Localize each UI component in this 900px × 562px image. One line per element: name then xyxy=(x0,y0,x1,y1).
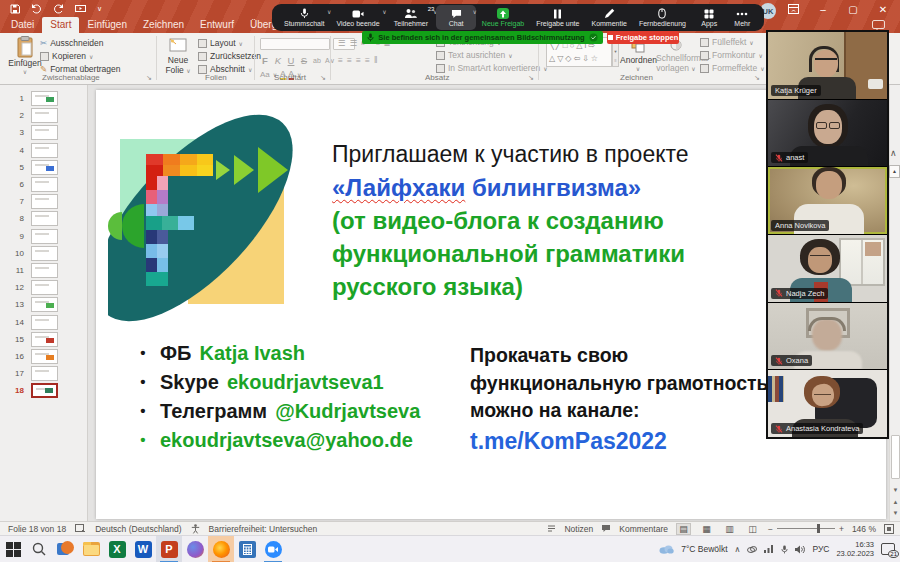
taskbar-word[interactable]: W xyxy=(130,536,156,562)
slide-thumbnail-8[interactable]: 8 xyxy=(0,210,87,227)
video-tile-anastasia-kondrateva[interactable]: Anastasia Kondrateva xyxy=(768,370,887,437)
paste-button[interactable]: Einfügen∨ xyxy=(8,36,42,75)
clipboard-dialog-launcher[interactable]: ↘ xyxy=(146,74,152,82)
chat-button[interactable]: Chat∨ xyxy=(436,5,475,30)
slide-thumbnail-3[interactable]: 3 xyxy=(0,124,87,141)
taskbar-firefox-dev[interactable] xyxy=(182,536,208,562)
fit-slide-icon[interactable] xyxy=(884,524,894,534)
video-tile-anna-novikova[interactable]: Anna Novikova xyxy=(768,167,887,234)
close-button[interactable]: ✕ xyxy=(870,0,896,18)
taskbar-excel[interactable]: X xyxy=(104,536,130,562)
slideshow-icon[interactable] xyxy=(75,4,86,14)
taskbar-search-button[interactable] xyxy=(26,536,52,562)
new-slide-button[interactable]: Neue Folie ∨ xyxy=(162,36,194,75)
action-center-button[interactable]: 21 xyxy=(881,543,895,555)
slide-thumbnail-18[interactable]: 18 xyxy=(0,382,87,399)
taskbar-file-explorer[interactable] xyxy=(78,536,104,562)
slide-thumbnail-10[interactable]: 10 xyxy=(0,245,87,262)
slide-thumbnail-6[interactable]: 6 xyxy=(0,176,87,193)
tray-mic-icon[interactable] xyxy=(781,545,788,554)
titlebar-comment-icon[interactable] xyxy=(872,20,885,29)
network-icon[interactable] xyxy=(764,545,774,553)
taskbar-firefox-active[interactable] xyxy=(208,536,234,562)
slide-thumbnail-15[interactable]: 15 xyxy=(0,331,87,348)
qat-customize-icon[interactable]: ∨ xyxy=(97,5,102,13)
new-share-button[interactable]: Neue Freigab xyxy=(476,5,530,30)
spellcheck-icon[interactable] xyxy=(75,524,86,533)
comments-toggle[interactable]: Kommentare xyxy=(619,524,668,534)
cut-button[interactable]: ✂Ausschneiden xyxy=(40,38,104,48)
apps-button[interactable]: Apps xyxy=(692,5,727,30)
slide-sorter-view-button[interactable]: ▦ xyxy=(699,523,714,535)
slide-thumbnail-5[interactable]: 5 xyxy=(0,159,87,176)
pause-share-button[interactable]: Freigabe unte xyxy=(530,5,585,30)
volume-icon[interactable] xyxy=(795,545,805,554)
drawing-dialog-launcher[interactable]: ↘ xyxy=(754,74,760,82)
save-icon[interactable] xyxy=(10,4,20,14)
slide-thumbnail-2[interactable]: 2 xyxy=(0,107,87,124)
tab-einfuegen[interactable]: Einfügen xyxy=(79,17,134,33)
slide-heading[interactable]: Приглашаем к участию в проекте «Лайфхаки… xyxy=(332,138,812,303)
shape-effects-button[interactable]: Formeffekte∨ xyxy=(700,63,765,73)
video-tile-katja-krueger[interactable]: Katja Krüger xyxy=(768,32,887,99)
normal-view-button[interactable]: ▤ xyxy=(676,523,691,535)
minimize-button[interactable]: – xyxy=(810,0,836,18)
language-status[interactable]: Deutsch (Deutschland) xyxy=(95,524,181,534)
slideshow-view-button[interactable]: ◫ xyxy=(745,523,760,535)
tab-zeichnen[interactable]: Zeichnen xyxy=(135,17,192,33)
slide-thumbnail-13[interactable]: 13 xyxy=(0,296,87,313)
redo-icon[interactable] xyxy=(53,4,64,14)
maximize-button[interactable]: ▢ xyxy=(840,0,866,18)
slide-thumbnail-7[interactable]: 7 xyxy=(0,193,87,210)
video-panel-scroll-up[interactable]: ▲ xyxy=(889,165,900,178)
smartart-button[interactable]: In SmartArt konvertieren∨ xyxy=(436,63,548,73)
undo-icon[interactable] xyxy=(31,4,42,14)
slide-thumbnail-12[interactable]: 12 xyxy=(0,279,87,296)
scroll-down-arrow[interactable]: ▼ xyxy=(890,487,900,493)
shape-outline-button[interactable]: Formkontur∨ xyxy=(700,50,763,60)
keyboard-language[interactable]: РУС xyxy=(812,544,829,554)
reset-button[interactable]: Zurücksetzen xyxy=(198,51,261,61)
scrollbar-thumb[interactable] xyxy=(891,435,900,479)
font-dialog-launcher[interactable]: ↘ xyxy=(320,74,326,82)
layout-button[interactable]: Layout∨ xyxy=(198,38,243,48)
taskbar-zoom-app[interactable] xyxy=(260,536,286,562)
zoom-slider[interactable]: − + xyxy=(768,524,844,534)
slide-thumbnail-9[interactable]: 9 xyxy=(0,228,87,245)
tab-datei[interactable]: Datei xyxy=(3,17,42,33)
slide-thumbnail-16[interactable]: 16 xyxy=(0,348,87,365)
tab-start[interactable]: Start xyxy=(42,17,79,33)
next-slide-button[interactable]: ▼ xyxy=(890,510,900,516)
notes-toggle[interactable]: Notizen xyxy=(564,524,593,534)
stop-share-button[interactable]: Freigabe stoppen xyxy=(607,31,679,44)
remote-control-button[interactable]: Fernbedienung xyxy=(633,5,692,30)
slide-thumbnail-4[interactable]: 4 xyxy=(0,142,87,159)
font-style-buttons[interactable]: F K U S abA∨ xyxy=(260,55,335,66)
accessibility-status[interactable]: Barrierefreiheit: Untersuchen xyxy=(209,524,318,534)
slide-thumbnail-17[interactable]: 17 xyxy=(0,365,87,382)
tray-expand-chevron[interactable]: ∧ xyxy=(735,545,741,554)
weather-status[interactable]: 7°C Bewölkt xyxy=(681,544,727,554)
annotate-button[interactable]: Kommentie xyxy=(585,5,632,30)
onedrive-icon[interactable] xyxy=(747,545,757,553)
more-button[interactable]: Mehr xyxy=(727,5,758,30)
video-tile-oxana[interactable]: Oxana xyxy=(768,303,887,370)
telegram-channel-link[interactable]: t.me/KomPas2022 xyxy=(470,428,769,456)
paragraph-dialog-launcher[interactable]: ↘ xyxy=(528,74,534,82)
clock[interactable]: 16:33 23.02.2023 xyxy=(836,540,874,559)
video-tile-anast[interactable]: anast xyxy=(768,100,887,167)
zoom-level[interactable]: 146 % xyxy=(852,524,876,534)
ribbon-options-icon[interactable] xyxy=(780,0,806,18)
zoom-out-button[interactable]: − xyxy=(768,524,773,534)
slide-thumbnail-11[interactable]: 11 xyxy=(0,262,87,279)
taskbar-powerpoint-active[interactable]: P xyxy=(156,536,182,562)
slide-thumbnail-14[interactable]: 14 xyxy=(0,313,87,330)
copy-button[interactable]: Kopieren∨ xyxy=(40,51,93,61)
taskbar-calculator[interactable] xyxy=(234,536,260,562)
participants-button[interactable]: Teilnehmer 23 ∨ xyxy=(386,5,437,30)
align-buttons[interactable]: ≡≡≡≡‖ xyxy=(338,55,378,65)
reading-view-button[interactable]: ▥ xyxy=(722,523,737,535)
text-align-button[interactable]: Text ausrichten∨ xyxy=(436,50,513,60)
slide-thumbnail-1[interactable]: 1 xyxy=(0,90,87,107)
mute-button[interactable]: Stummschalt∨ xyxy=(278,5,330,30)
